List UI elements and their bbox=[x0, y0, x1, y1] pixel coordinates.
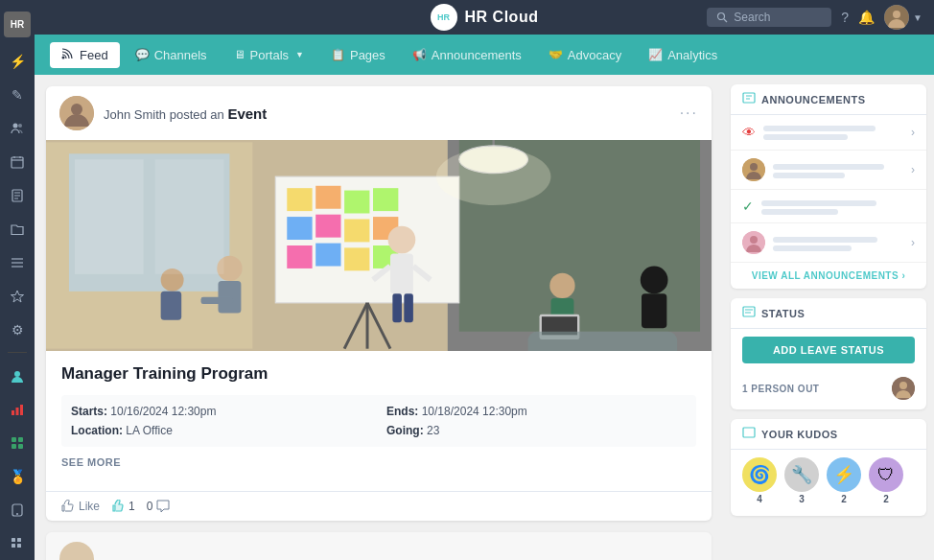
kudos-icon-2: 🔧 bbox=[784, 457, 819, 492]
svg-point-32 bbox=[62, 56, 65, 58]
announcement-item-1[interactable]: 👁 › bbox=[731, 115, 926, 151]
event-starts: Starts: 10/16/2024 12:30pm bbox=[71, 405, 371, 418]
event-info-grid: Starts: 10/16/2024 12:30pm Ends: 10/18/2… bbox=[61, 395, 696, 447]
post-user-2 bbox=[59, 542, 94, 560]
svg-rect-86 bbox=[743, 307, 755, 316]
svg-rect-2 bbox=[12, 157, 23, 168]
sidebar-icon-document[interactable] bbox=[4, 183, 31, 209]
chevron-right-icon-1: › bbox=[911, 126, 915, 139]
tab-portals[interactable]: 🖥 Portals ▼ bbox=[222, 42, 315, 68]
svg-marker-13 bbox=[12, 291, 24, 302]
svg-rect-66 bbox=[161, 292, 182, 320]
kudos-header-icon bbox=[742, 427, 756, 441]
person-out: 1 PERSON OUT bbox=[731, 371, 926, 409]
view-all-announcements[interactable]: VIEW ALL ANNOUNCEMENTS › bbox=[731, 263, 926, 289]
tab-feed[interactable]: Feed bbox=[50, 42, 120, 68]
svg-point-1 bbox=[18, 124, 22, 128]
portals-icon: 🖥 bbox=[234, 48, 245, 61]
like-thumb[interactable]: 1 bbox=[111, 500, 135, 513]
topbar-right: ? 🔔 ▼ bbox=[707, 5, 922, 30]
add-leave-button[interactable]: ADD LEAVE STATUS bbox=[742, 337, 915, 363]
svg-rect-75 bbox=[528, 332, 678, 351]
svg-rect-15 bbox=[12, 410, 14, 415]
svg-rect-41 bbox=[287, 188, 312, 211]
announcement-item-2[interactable]: › bbox=[731, 151, 926, 190]
like-label: Like bbox=[79, 500, 100, 513]
tab-advocacy[interactable]: 🤝 Advocacy bbox=[537, 42, 633, 68]
sidebar-icon-edit[interactable]: ✎ bbox=[4, 82, 31, 108]
sidebar-user-avatar[interactable]: HR bbox=[4, 12, 31, 37]
sidebar-icon-settings[interactable]: ⚙ bbox=[4, 316, 31, 342]
tab-analytics[interactable]: 📈 Analytics bbox=[637, 42, 729, 68]
svg-rect-91 bbox=[743, 428, 755, 437]
sidebar-icon-phone[interactable] bbox=[4, 497, 31, 523]
post-author-avatar[interactable] bbox=[59, 96, 94, 130]
svg-point-0 bbox=[13, 124, 18, 128]
logo: HR HR Cloud bbox=[431, 4, 539, 31]
svg-point-85 bbox=[750, 236, 758, 244]
post-menu-button[interactable]: ··· bbox=[680, 105, 698, 122]
ann-avatar-2 bbox=[742, 158, 765, 181]
sidebar-icon-chart[interactable] bbox=[4, 396, 31, 422]
sidebar-icon-lightning[interactable]: ⚡ bbox=[4, 49, 31, 75]
search-box[interactable] bbox=[707, 8, 831, 27]
svg-rect-47 bbox=[373, 188, 398, 211]
tab-pages[interactable]: 📋 Pages bbox=[319, 42, 397, 68]
comment-count: 0 bbox=[147, 500, 153, 513]
portals-dropdown-icon: ▼ bbox=[295, 50, 304, 59]
comment-button[interactable]: 0 bbox=[147, 500, 171, 513]
post-title-text: John Smith posted an Event bbox=[104, 105, 267, 122]
user-menu[interactable]: ▼ bbox=[884, 5, 922, 30]
sidebar-icon-star[interactable] bbox=[4, 284, 31, 310]
post-header: John Smith posted an Event ··· bbox=[46, 86, 712, 140]
sidebar-icon-folder[interactable] bbox=[4, 217, 31, 243]
svg-point-90 bbox=[899, 382, 907, 389]
search-input[interactable] bbox=[734, 11, 820, 24]
svg-rect-49 bbox=[287, 245, 312, 268]
svg-rect-26 bbox=[12, 544, 15, 548]
eye-icon: 👁 bbox=[742, 125, 756, 140]
event-title: Manager Training Program bbox=[61, 364, 696, 384]
advocacy-icon: 🤝 bbox=[549, 48, 563, 61]
svg-rect-51 bbox=[344, 247, 369, 270]
post-header-2 bbox=[46, 532, 712, 560]
tab-announcements[interactable]: 📢 Announcements bbox=[401, 42, 533, 68]
sidebar-icon-medal[interactable]: 🏅 bbox=[4, 463, 31, 489]
svg-rect-43 bbox=[344, 191, 369, 214]
help-icon[interactable]: ? bbox=[841, 10, 849, 25]
svg-rect-17 bbox=[20, 405, 23, 415]
announcements-header-icon bbox=[742, 92, 756, 106]
see-more-link[interactable]: SEE MORE bbox=[61, 456, 696, 468]
svg-rect-45 bbox=[315, 215, 340, 238]
announcements-icon: 📢 bbox=[412, 48, 427, 61]
kudos-icon-4: 🛡 bbox=[869, 457, 903, 492]
sidebar-icon-list[interactable] bbox=[4, 250, 31, 276]
chevron-right-icon-4: › bbox=[911, 236, 915, 249]
tab-pages-label: Pages bbox=[350, 48, 385, 62]
ann-text-3 bbox=[761, 198, 915, 215]
svg-rect-44 bbox=[287, 217, 312, 240]
user-chevron-icon: ▼ bbox=[913, 12, 922, 23]
svg-rect-25 bbox=[17, 538, 21, 542]
sidebar-icon-users[interactable] bbox=[4, 116, 31, 142]
sidebar-icon-calendar[interactable] bbox=[4, 150, 31, 175]
sidebar-icon-team[interactable] bbox=[4, 362, 31, 388]
event-location: Location: LA Office bbox=[71, 424, 371, 437]
like-count: 1 bbox=[128, 500, 135, 513]
sidebar-icon-app[interactable] bbox=[4, 430, 31, 455]
bell-icon[interactable]: 🔔 bbox=[858, 10, 875, 25]
topbar: HR HR Cloud ? 🔔 bbox=[35, 0, 934, 35]
like-button[interactable]: Like bbox=[61, 500, 100, 513]
announcement-item-4[interactable]: › bbox=[731, 223, 926, 263]
kudos-widget: YOUR KUDOS 🌀 4 🔧 3 ⚡ 2 bbox=[731, 419, 926, 516]
event-image bbox=[46, 140, 712, 351]
sidebar-icon-grid[interactable] bbox=[4, 530, 31, 556]
event-details: Manager Training Program Starts: 10/16/2… bbox=[46, 351, 712, 491]
kudos-icon-3: ⚡ bbox=[827, 457, 861, 492]
tab-portals-label: Portals bbox=[250, 48, 289, 62]
search-icon bbox=[716, 12, 728, 23]
svg-point-28 bbox=[718, 13, 725, 20]
tab-channels[interactable]: 💬 Channels bbox=[124, 42, 219, 68]
chevron-right-icon-2: › bbox=[911, 163, 915, 176]
announcement-item-3[interactable]: ✓ bbox=[731, 190, 926, 223]
